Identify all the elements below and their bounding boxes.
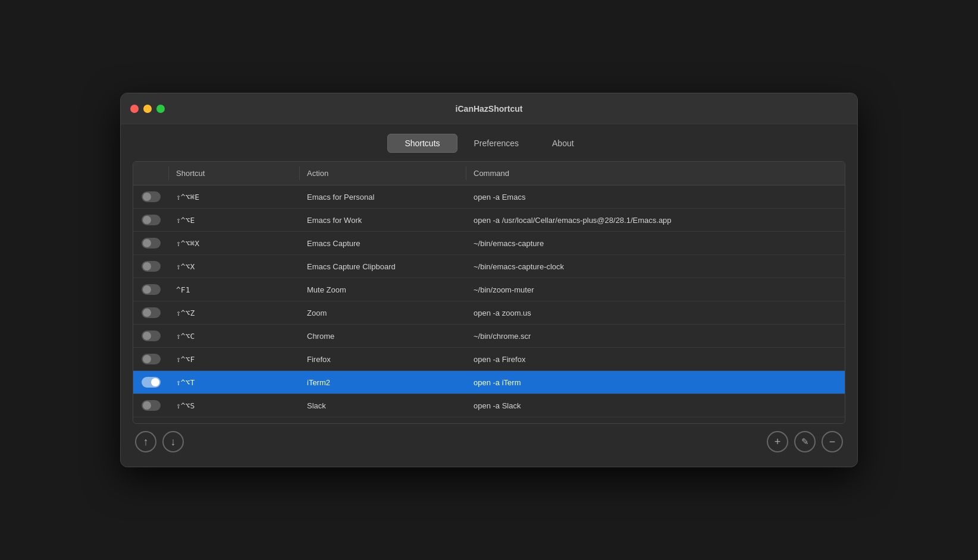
- shortcut-cell: ⇧^⌥C: [169, 327, 300, 345]
- toggle-cell: [133, 303, 169, 323]
- toggle-knob: [151, 378, 159, 386]
- table-row[interactable]: ⇧^⌥SSlackopen -a Slack: [133, 394, 845, 417]
- col-toggle: [133, 166, 169, 180]
- toggle-knob: [143, 262, 151, 270]
- toggle-switch[interactable]: [142, 307, 161, 318]
- maximize-button[interactable]: [156, 105, 165, 113]
- toggle-switch[interactable]: [142, 331, 161, 341]
- shortcut-cell: ^F1: [169, 281, 300, 299]
- action-cell: Emacs Capture: [300, 234, 466, 253]
- action-cell: Mute Zoom: [300, 281, 466, 299]
- col-action: Action: [300, 166, 466, 180]
- table-body: ⇧^⌥⌘EEmacs for Personalopen -a Emacs⇧^⌥E…: [133, 185, 845, 423]
- action-cell: Spotify: [300, 420, 466, 424]
- remove-button[interactable]: −: [822, 431, 843, 452]
- toggle-knob: [143, 285, 151, 294]
- toggle-switch[interactable]: [142, 284, 161, 295]
- action-cell: Emacs for Work: [300, 211, 466, 229]
- toggle-cell: [133, 372, 169, 392]
- toggle-cell: [133, 210, 169, 230]
- action-cell: Firefox: [300, 350, 466, 369]
- toggle-knob: [143, 355, 151, 363]
- tab-preferences[interactable]: Preferences: [457, 134, 535, 153]
- content-area: Shortcuts Preferences About Shortcut Act…: [121, 124, 857, 467]
- table-row[interactable]: ⇧^⌥CChrome~/bin/chrome.scr: [133, 325, 845, 348]
- add-button[interactable]: +: [767, 431, 788, 452]
- table-row[interactable]: ⇧^⌥WSpotifyopen -a Spotify: [133, 417, 845, 423]
- col-command: Command: [466, 166, 845, 180]
- command-cell: open -a zoom.us: [466, 304, 845, 322]
- move-down-button[interactable]: ↓: [162, 431, 184, 452]
- command-cell: ~/bin/emacs-capture-clock: [466, 257, 845, 276]
- table-row[interactable]: ⇧^⌥XEmacs Capture Clipboard~/bin/emacs-c…: [133, 255, 845, 278]
- command-cell: ~/bin/chrome.scr: [466, 327, 845, 345]
- tab-bar: Shortcuts Preferences About: [133, 134, 845, 153]
- toggle-cell: [133, 395, 169, 416]
- toggle-knob: [143, 193, 151, 201]
- shortcut-cell: ⇧^⌥⌘E: [169, 188, 300, 206]
- toggle-knob: [143, 401, 151, 410]
- shortcut-cell: ⇧^⌥X: [169, 257, 300, 276]
- toggle-cell: [133, 256, 169, 276]
- shortcut-cell: ⇧^⌥Z: [169, 304, 300, 322]
- toggle-knob: [143, 332, 151, 340]
- move-up-button[interactable]: ↑: [135, 431, 156, 452]
- toggle-switch[interactable]: [142, 354, 161, 364]
- toggle-cell: [133, 419, 169, 423]
- toggle-switch[interactable]: [142, 238, 161, 248]
- command-cell: open -a Emacs: [466, 188, 845, 206]
- command-cell: ~/bin/emacs-capture: [466, 234, 845, 253]
- toggle-switch[interactable]: [142, 400, 161, 411]
- toggle-knob: [143, 239, 151, 247]
- tab-shortcuts[interactable]: Shortcuts: [387, 134, 457, 153]
- command-cell: open -a Firefox: [466, 350, 845, 369]
- table-row[interactable]: ⇧^⌥FFirefoxopen -a Firefox: [133, 348, 845, 371]
- action-cell: Chrome: [300, 327, 466, 345]
- command-cell: open -a /usr/local/Cellar/emacs-plus@28/…: [466, 211, 845, 229]
- toggle-switch[interactable]: [142, 261, 161, 272]
- titlebar: iCanHazShortcut: [121, 93, 857, 124]
- command-cell: open -a iTerm: [466, 373, 845, 392]
- toggle-knob: [143, 309, 151, 317]
- action-cell: Slack: [300, 397, 466, 415]
- toolbar-left: ↑ ↓: [135, 431, 184, 452]
- shortcut-cell: ⇧^⌥E: [169, 211, 300, 229]
- toggle-cell: [133, 279, 169, 300]
- shortcuts-table: Shortcut Action Command ⇧^⌥⌘EEmacs for P…: [133, 161, 845, 424]
- toggle-switch[interactable]: [142, 215, 161, 225]
- shortcut-cell: ⇧^⌥W: [169, 420, 300, 424]
- table-row[interactable]: ⇧^⌥EEmacs for Workopen -a /usr/local/Cel…: [133, 209, 845, 232]
- toggle-cell: [133, 187, 169, 207]
- col-shortcut: Shortcut: [169, 166, 300, 180]
- close-button[interactable]: [130, 105, 139, 113]
- shortcut-cell: ⇧^⌥S: [169, 397, 300, 415]
- action-cell: Emacs for Personal: [300, 188, 466, 206]
- command-cell: ~/bin/zoom-muter: [466, 281, 845, 299]
- table-header: Shortcut Action Command: [133, 162, 845, 185]
- table-row[interactable]: ⇧^⌥ZZoomopen -a zoom.us: [133, 301, 845, 325]
- shortcut-cell: ⇧^⌥⌘X: [169, 234, 300, 253]
- table-row[interactable]: ⇧^⌥TiTerm2open -a iTerm: [133, 371, 845, 394]
- toggle-cell: [133, 349, 169, 369]
- action-cell: Emacs Capture Clipboard: [300, 257, 466, 276]
- command-cell: open -a Slack: [466, 397, 845, 415]
- table-row[interactable]: ⇧^⌥⌘EEmacs for Personalopen -a Emacs: [133, 185, 845, 209]
- toolbar: ↑ ↓ + ✎ −: [133, 424, 845, 455]
- toggle-switch[interactable]: [142, 377, 161, 388]
- minimize-button[interactable]: [143, 105, 152, 113]
- shortcut-cell: ⇧^⌥T: [169, 373, 300, 392]
- window-title: iCanHazShortcut: [456, 104, 523, 114]
- toolbar-right: + ✎ −: [767, 431, 843, 452]
- toggle-knob: [143, 216, 151, 224]
- tab-about[interactable]: About: [535, 134, 591, 153]
- table-row[interactable]: ^F1Mute Zoom~/bin/zoom-muter: [133, 278, 845, 301]
- command-cell: open -a Spotify: [466, 420, 845, 424]
- main-window: iCanHazShortcut Shortcuts Preferences Ab…: [120, 93, 858, 467]
- edit-button[interactable]: ✎: [794, 431, 816, 452]
- toggle-cell: [133, 233, 169, 253]
- action-cell: Zoom: [300, 304, 466, 322]
- action-cell: iTerm2: [300, 373, 466, 392]
- traffic-lights: [130, 105, 165, 113]
- table-row[interactable]: ⇧^⌥⌘XEmacs Capture~/bin/emacs-capture: [133, 232, 845, 255]
- toggle-switch[interactable]: [142, 191, 161, 202]
